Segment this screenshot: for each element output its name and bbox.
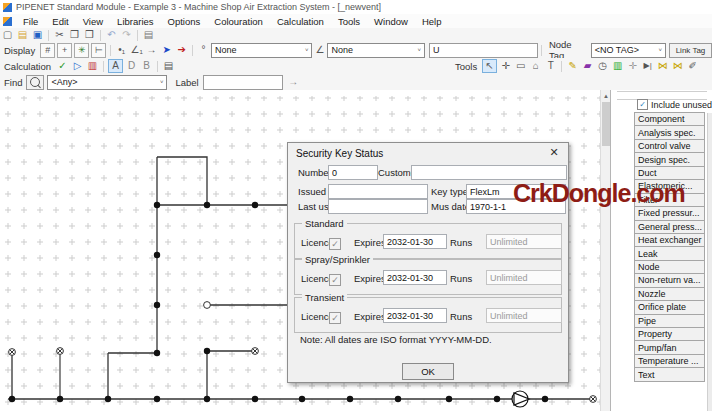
issued-label: Issued bbox=[298, 186, 326, 197]
palette-item-control-valve[interactable]: Control valve bbox=[634, 139, 705, 153]
palette-item-heat-exchanger[interactable]: Heat exchanger bbox=[634, 233, 705, 247]
save-icon[interactable]: ▣ bbox=[31, 29, 44, 41]
star-toggle-icon[interactable]: ✳ bbox=[74, 43, 89, 58]
go-arrow-icon[interactable]: → bbox=[287, 76, 300, 88]
colouration-icon[interactable]: ° bbox=[197, 44, 210, 56]
new-file-icon[interactable]: ▢ bbox=[1, 29, 14, 41]
link-colouration-icon[interactable]: ∠ bbox=[313, 44, 326, 56]
runs-field[interactable]: Unlimited bbox=[486, 234, 562, 249]
menu-tools[interactable]: Tools bbox=[331, 16, 367, 27]
palette-item-design-spec[interactable]: Design spec. bbox=[634, 152, 705, 166]
attribute-b-button[interactable]: B bbox=[140, 60, 153, 72]
output-browser-icon[interactable]: ▥ bbox=[86, 60, 99, 72]
expires-field[interactable]: 2032-01-30 bbox=[383, 234, 447, 249]
palette-item-pipe[interactable]: Pipe bbox=[634, 314, 705, 328]
menu-help[interactable]: Help bbox=[415, 16, 449, 27]
flow-arrow-icon[interactable]: → bbox=[145, 44, 158, 56]
node-number-icon[interactable]: •₁ bbox=[115, 44, 128, 56]
link-number-icon[interactable]: ∠₁ bbox=[130, 44, 143, 56]
attribute-a-button[interactable]: A bbox=[108, 59, 123, 73]
copy-icon[interactable]: ❐ bbox=[68, 29, 81, 41]
expires-field[interactable]: 2032-01-30 bbox=[383, 270, 447, 285]
palette-item-analysis-spec[interactable]: Analysis spec. bbox=[634, 125, 705, 139]
data-window-icon[interactable]: ▤ bbox=[162, 60, 175, 72]
palette-item-non-return-valve[interactable]: Non-return va... bbox=[634, 273, 705, 287]
palette-item-nozzle[interactable]: Nozzle bbox=[634, 287, 705, 301]
no-flow-arrow-icon[interactable]: ➔ bbox=[175, 44, 188, 56]
scroll-thumb[interactable] bbox=[602, 102, 610, 146]
menu-window[interactable]: Window bbox=[367, 16, 415, 27]
palette-item-orifice-plate[interactable]: Orifice plate bbox=[634, 300, 705, 314]
document-icon[interactable] bbox=[3, 17, 12, 26]
link-tag-button[interactable]: Link Tag bbox=[669, 43, 712, 58]
valve-tool-2-icon[interactable]: ⋈ bbox=[671, 60, 684, 72]
grid-toggle-icon[interactable]: # bbox=[40, 43, 55, 58]
node-plus-toggle-icon[interactable]: + bbox=[57, 43, 72, 58]
menu-options[interactable]: Options bbox=[161, 16, 208, 27]
step-icon[interactable]: ▶| bbox=[641, 60, 654, 72]
menu-file[interactable]: File bbox=[16, 16, 45, 27]
runs-field[interactable]: Unlimited bbox=[486, 270, 562, 285]
palette-item-general-pressure[interactable]: General press... bbox=[634, 220, 705, 234]
cut-icon[interactable]: ✂ bbox=[53, 29, 66, 41]
menu-libraries[interactable]: Libraries bbox=[110, 16, 160, 27]
fan-symbol[interactable] bbox=[512, 391, 529, 407]
node-label-toggle-icon[interactable]: ⊢ bbox=[91, 43, 106, 58]
valve-tool-icon[interactable]: ⋈ bbox=[656, 60, 669, 72]
node-colouration-select[interactable]: None ˅ bbox=[211, 43, 312, 58]
licenced-checkbox[interactable]: ✓ bbox=[329, 274, 341, 286]
grid-bars-icon[interactable]: ▥ bbox=[611, 60, 624, 72]
checkbox-icon[interactable]: ✓ bbox=[637, 99, 648, 110]
palette-scrollbar[interactable] bbox=[707, 113, 712, 411]
palette-item-leak[interactable]: Leak bbox=[634, 246, 705, 260]
clock-icon[interactable]: ◷ bbox=[596, 60, 609, 72]
number-field[interactable]: 0 bbox=[328, 165, 378, 180]
licenced-checkbox[interactable]: ✓ bbox=[329, 238, 341, 250]
link-colouration-select[interactable]: None ˅ bbox=[327, 43, 425, 58]
menu-view[interactable]: View bbox=[76, 16, 110, 27]
palette-item-text[interactable]: Text bbox=[634, 367, 705, 381]
polygon-select-icon[interactable]: ⌂ bbox=[529, 60, 542, 72]
blue-arrow-icon[interactable]: ➤ bbox=[160, 44, 173, 56]
redo-icon[interactable]: ↷ bbox=[120, 29, 133, 41]
select-cursor-icon[interactable]: ↖ bbox=[482, 59, 497, 73]
palette-item-pump-fan[interactable]: Pump/fan bbox=[634, 340, 705, 354]
pan-move-icon[interactable]: ✛ bbox=[499, 60, 512, 72]
licenced-checkbox[interactable]: ✓ bbox=[329, 312, 341, 324]
add-node-icon[interactable]: ✛ bbox=[626, 60, 639, 72]
check-calculation-icon[interactable]: ✓ bbox=[56, 60, 69, 72]
open-file-icon[interactable]: ▤ bbox=[16, 29, 29, 41]
eraser-tool-icon[interactable]: ▰ bbox=[581, 60, 594, 72]
run-calculation-icon[interactable]: ▷ bbox=[71, 60, 84, 72]
palette-item-component[interactable]: Component bbox=[634, 112, 705, 126]
expires-label: Expires bbox=[354, 311, 386, 322]
customer-field[interactable] bbox=[411, 165, 567, 180]
menu-colouration[interactable]: Colouration bbox=[207, 16, 270, 27]
attribute-d-button[interactable]: D bbox=[125, 60, 138, 72]
units-field[interactable]: U bbox=[429, 43, 538, 58]
last-used-field[interactable] bbox=[328, 199, 428, 214]
include-unused-checkbox[interactable]: ✓ Include unused bbox=[637, 99, 712, 110]
issued-field[interactable] bbox=[328, 184, 428, 199]
label-input[interactable] bbox=[203, 75, 283, 90]
palette-item-temperature[interactable]: Temperature ... bbox=[634, 354, 705, 368]
palette-item-property[interactable]: Property bbox=[634, 327, 705, 341]
undo-icon[interactable]: ↶ bbox=[105, 29, 118, 41]
palette-item-fixed-pressure[interactable]: Fixed pressur... bbox=[634, 206, 705, 220]
print-icon[interactable]: ▤ bbox=[142, 29, 155, 41]
search-icon[interactable] bbox=[26, 75, 44, 90]
palette-item-node[interactable]: Node bbox=[634, 260, 705, 274]
zoom-rect-icon[interactable]: ▭ bbox=[514, 60, 527, 72]
menu-edit[interactable]: Edit bbox=[45, 16, 75, 27]
menu-calculation[interactable]: Calculation bbox=[270, 16, 331, 27]
paste-icon[interactable]: ❒ bbox=[83, 29, 96, 41]
text-tool-icon[interactable]: T bbox=[544, 60, 557, 72]
pencil-tool-icon[interactable]: ✎ bbox=[566, 60, 579, 72]
runs-field[interactable]: Unlimited bbox=[486, 308, 562, 323]
find-filter-select[interactable]: <Any> ˅ bbox=[47, 75, 167, 90]
node-tag-select[interactable]: <NO TAG> ˅ bbox=[591, 43, 666, 58]
pen-tool-icon[interactable]: ✐ bbox=[686, 60, 699, 72]
close-icon[interactable]: ✕ bbox=[547, 146, 561, 159]
expires-field[interactable]: 2032-01-30 bbox=[383, 308, 447, 323]
ok-button[interactable]: OK bbox=[402, 363, 454, 380]
